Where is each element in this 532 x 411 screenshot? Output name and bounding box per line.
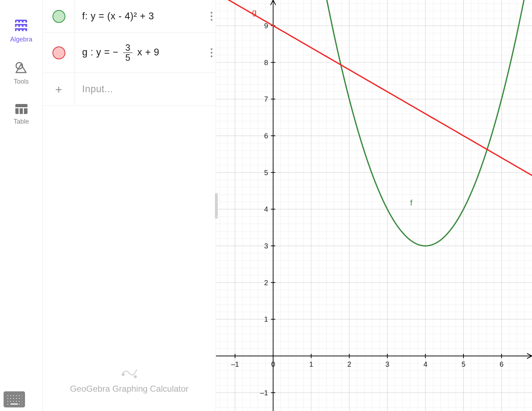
sidebar-label: Table xyxy=(14,118,29,125)
plus-icon: + xyxy=(55,83,62,95)
logo-icon xyxy=(121,367,137,379)
svg-text:3: 3 xyxy=(264,242,268,250)
fraction: 35 xyxy=(123,43,132,63)
expression-f[interactable]: f: y = (x - 4)² + 3 xyxy=(75,11,207,22)
color-circle-f xyxy=(52,10,65,23)
svg-text:4: 4 xyxy=(423,360,427,368)
svg-text:2: 2 xyxy=(264,279,268,287)
footer-text: GeoGebra Graphing Calculator xyxy=(70,384,189,394)
expression-g[interactable]: g : y = − 35 x + 9 xyxy=(75,43,207,63)
keyboard-button[interactable] xyxy=(4,391,25,407)
sidebar-tab-algebra[interactable]: Algebra xyxy=(10,20,32,43)
sidebar: Algebra Tools Table xyxy=(0,0,43,411)
input-row[interactable]: + Input... xyxy=(43,73,216,106)
svg-text:2: 2 xyxy=(347,360,351,368)
svg-text:8: 8 xyxy=(264,59,268,66)
svg-point-2 xyxy=(134,375,137,378)
svg-text:6: 6 xyxy=(264,132,268,140)
footer: GeoGebra Graphing Calculator xyxy=(43,356,216,411)
svg-text:7: 7 xyxy=(264,95,268,103)
sidebar-tab-table[interactable]: Table xyxy=(14,104,29,125)
expression-row[interactable]: f: y = (x - 4)² + 3 xyxy=(43,0,216,33)
more-icon[interactable] xyxy=(207,12,216,21)
expression-input[interactable]: Input... xyxy=(75,84,216,95)
svg-text:1: 1 xyxy=(264,315,268,323)
svg-text:5: 5 xyxy=(462,360,466,368)
algebra-panel: f: y = (x - 4)² + 3 g : y = − 35 x + 9 +… xyxy=(43,0,216,411)
svg-text:1: 1 xyxy=(309,360,313,368)
svg-text:6: 6 xyxy=(500,360,503,368)
table-icon xyxy=(15,104,27,114)
svg-text:5: 5 xyxy=(264,169,268,177)
add-expression[interactable]: + xyxy=(43,73,75,105)
sidebar-tab-tools[interactable]: Tools xyxy=(14,62,29,85)
svg-text:3: 3 xyxy=(385,360,389,368)
svg-text:–1: –1 xyxy=(231,360,239,368)
row-color-toggle[interactable] xyxy=(43,33,75,73)
sidebar-label: Tools xyxy=(14,78,29,85)
color-circle-g xyxy=(52,46,65,59)
more-icon[interactable] xyxy=(207,48,216,57)
row-color-toggle[interactable] xyxy=(43,0,75,33)
expression-row[interactable]: g : y = − 35 x + 9 xyxy=(43,33,216,73)
sidebar-label: Algebra xyxy=(10,36,32,43)
svg-text:0: 0 xyxy=(271,360,275,368)
tools-icon xyxy=(15,62,27,74)
svg-text:–1: –1 xyxy=(260,389,268,397)
svg-text:g: g xyxy=(252,8,256,16)
svg-text:4: 4 xyxy=(264,205,268,213)
svg-text:f: f xyxy=(410,198,413,207)
svg-point-1 xyxy=(122,373,125,376)
algebra-icon xyxy=(15,20,27,32)
graph-canvas[interactable]: –10123456–1123456789fg xyxy=(216,0,532,411)
